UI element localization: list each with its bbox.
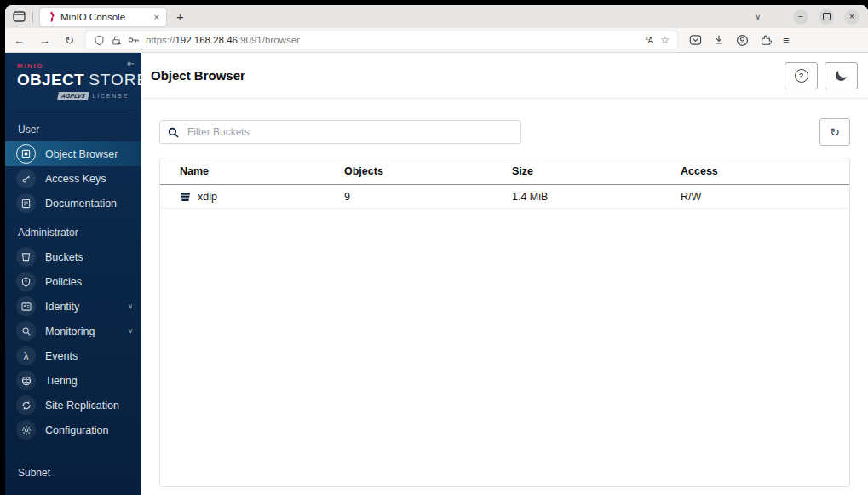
- bucket-objects: 9: [344, 191, 512, 203]
- sidebar-item-site-replication[interactable]: Site Replication: [5, 393, 141, 417]
- account-icon[interactable]: [736, 34, 749, 47]
- license-label: LICENSE: [92, 93, 129, 99]
- url-bar[interactable]: https://192.168.28.46:9091/browser ᕽA ☆: [86, 31, 677, 49]
- hamburger-menu-icon[interactable]: ≡: [783, 34, 790, 47]
- tab-title: MinIO Console: [60, 12, 149, 22]
- close-window-button[interactable]: ×: [844, 9, 859, 25]
- minio-favicon: [47, 11, 55, 22]
- help-button[interactable]: ?: [785, 62, 818, 89]
- sidebar-item-label: Policies: [45, 276, 82, 288]
- section-label-administrator: Administrator: [5, 216, 141, 245]
- navigation-toolbar: ← → ↻ https://192.168.28.46:9091/browser…: [5, 28, 868, 53]
- filter-buckets-input[interactable]: [186, 125, 513, 139]
- sidebar-item-label: Buckets: [45, 251, 83, 263]
- chevron-down-icon[interactable]: ∨: [128, 302, 133, 310]
- restore-button[interactable]: [819, 9, 834, 25]
- column-header-access: Access: [681, 165, 839, 177]
- dark-mode-button[interactable]: [825, 62, 858, 89]
- tab-close-icon[interactable]: ×: [154, 12, 159, 22]
- bookmark-star-icon[interactable]: ☆: [660, 34, 670, 46]
- refresh-button[interactable]: ↻: [819, 118, 850, 146]
- reload-button[interactable]: ↻: [65, 35, 74, 46]
- forward-button[interactable]: →: [39, 35, 50, 46]
- minimize-button[interactable]: −: [793, 9, 808, 25]
- monitoring-icon: [16, 321, 36, 341]
- main-panel: Object Browser ? ↻ Name O: [141, 53, 868, 495]
- sidebar-item-label: Events: [45, 350, 78, 362]
- tab-strip: MinIO Console × + ∨ − ×: [5, 5, 868, 28]
- new-tab-button[interactable]: +: [176, 9, 184, 24]
- page-title: Object Browser: [151, 68, 245, 83]
- back-button[interactable]: ←: [14, 35, 25, 46]
- refresh-icon: ↻: [830, 125, 840, 139]
- minio-logo: ⇤ MINIO OBJECT STORE AGPLV3 LICENSE: [5, 53, 141, 105]
- tracking-protection-shield-icon[interactable]: [94, 35, 105, 46]
- sidebar-item-identity[interactable]: Identity ∨: [5, 294, 141, 319]
- sidebar-item-events[interactable]: λ Events: [5, 343, 141, 368]
- column-header-size: Size: [512, 165, 681, 177]
- policies-icon: [16, 272, 36, 291]
- help-icon: ?: [795, 69, 808, 83]
- agpl-badge: AGPLV3: [57, 92, 89, 100]
- tab-separator: [32, 11, 33, 23]
- bucket-icon: [180, 192, 191, 202]
- sidebar-item-documentation[interactable]: Documentation: [5, 191, 141, 216]
- url-text: https://192.168.28.46:9091/browser: [146, 35, 300, 45]
- buckets-table-card: Name Objects Size Access xdlp 9 1.4 MiB …: [159, 158, 850, 487]
- bucket-access: R/W: [681, 191, 839, 203]
- access-keys-icon: [16, 169, 36, 188]
- table-row[interactable]: xdlp 9 1.4 MiB R/W: [160, 185, 849, 209]
- identity-icon: [16, 296, 36, 316]
- filter-buckets-field[interactable]: [159, 120, 521, 144]
- site-replication-icon: [16, 395, 36, 415]
- brand-minio: MINIO: [17, 62, 129, 70]
- translate-icon[interactable]: ᕽA: [645, 36, 653, 45]
- sidebar-item-label: Monitoring: [45, 325, 95, 337]
- downloads-icon[interactable]: [713, 34, 725, 46]
- bucket-size: 1.4 MiB: [512, 191, 681, 203]
- moon-icon: [836, 70, 847, 81]
- section-label-subnet: Subnet: [5, 456, 141, 485]
- chevron-down-icon[interactable]: ∨: [128, 327, 133, 335]
- section-label-user: User: [5, 112, 141, 141]
- object-browser-icon: [16, 144, 36, 164]
- sidebar-collapse-icon[interactable]: ⇤: [128, 59, 135, 68]
- column-header-name: Name: [180, 165, 344, 177]
- firefox-view-icon[interactable]: [12, 10, 26, 23]
- brand-object-store: OBJECT STORE: [17, 71, 129, 89]
- pocket-icon[interactable]: [689, 34, 702, 46]
- sidebar-item-label: Configuration: [45, 424, 108, 436]
- sidebar-item-label: Tiering: [45, 375, 78, 387]
- sidebar-item-tiering[interactable]: Tiering: [5, 368, 141, 393]
- sidebar-item-label: Access Keys: [45, 173, 106, 185]
- saved-password-key-icon[interactable]: [128, 35, 140, 45]
- content-area: ↻ Name Objects Size Access xdlp 9: [141, 99, 868, 495]
- browser-window: MinIO Console × + ∨ − × ← → ↻ https://19…: [5, 5, 868, 495]
- table-header-row: Name Objects Size Access: [160, 158, 849, 185]
- list-all-tabs-icon[interactable]: ∨: [755, 13, 761, 21]
- sidebar-item-label: Documentation: [45, 198, 117, 210]
- extensions-puzzle-icon[interactable]: [760, 34, 772, 46]
- sidebar-item-access-keys[interactable]: Access Keys: [5, 166, 141, 191]
- sidebar: ⇤ MINIO OBJECT STORE AGPLV3 LICENSE User…: [5, 53, 141, 495]
- sidebar-item-policies[interactable]: Policies: [5, 269, 141, 294]
- search-icon: [168, 127, 179, 138]
- events-lambda-icon: λ: [16, 346, 36, 365]
- documentation-icon: [16, 193, 36, 213]
- sidebar-item-object-browser[interactable]: Object Browser: [5, 141, 141, 166]
- sidebar-item-configuration[interactable]: Configuration: [5, 417, 141, 442]
- sidebar-item-label: Object Browser: [45, 148, 118, 160]
- tiering-icon: [16, 371, 36, 390]
- restore-icon: [823, 13, 831, 20]
- configuration-gear-icon: [16, 420, 36, 440]
- bucket-name: xdlp: [198, 191, 217, 203]
- sidebar-item-monitoring[interactable]: Monitoring ∨: [5, 319, 141, 343]
- tab-minio-console[interactable]: MinIO Console ×: [40, 8, 166, 26]
- sidebar-item-buckets[interactable]: Buckets: [5, 245, 141, 269]
- sidebar-item-label: Site Replication: [45, 400, 119, 412]
- insecure-lock-icon[interactable]: [111, 35, 122, 46]
- sidebar-item-label: Identity: [45, 301, 79, 313]
- page-header: Object Browser ?: [141, 53, 868, 99]
- buckets-icon: [16, 247, 36, 267]
- column-header-objects: Objects: [344, 165, 512, 177]
